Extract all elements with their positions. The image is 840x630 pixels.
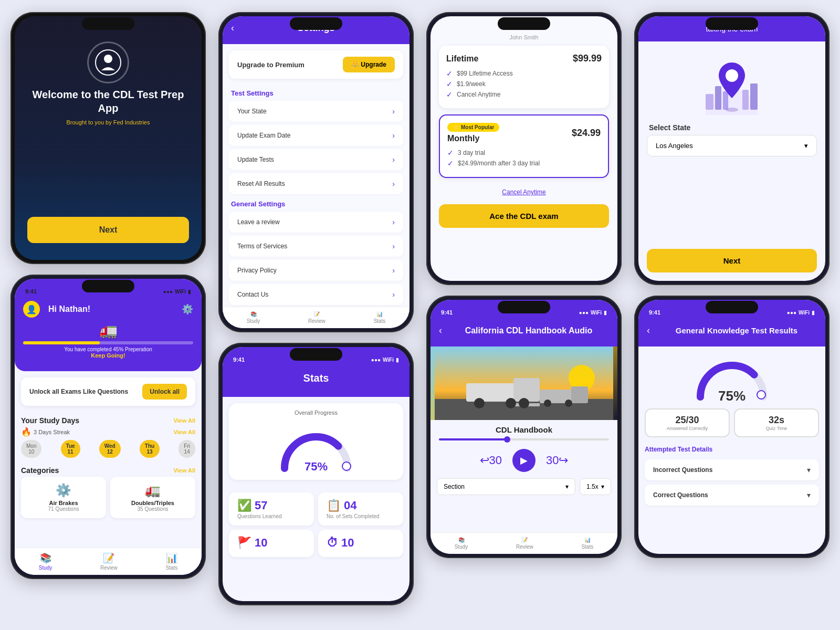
gauge-chart: 75% (274, 426, 358, 474)
phone-notch-dash (82, 280, 134, 292)
general-settings-label: General Settings (223, 196, 410, 210)
nav-study[interactable]: 📚 Study (39, 552, 52, 571)
results-status-time: 9:41 (649, 309, 660, 316)
state-next-button[interactable]: Next (647, 249, 817, 272)
section-selector[interactable]: Section ▾ (437, 478, 575, 495)
answered-correctly-label: Answered Correctly (651, 426, 723, 431)
play-button[interactable]: ▶ (512, 449, 536, 472)
svg-point-14 (544, 400, 551, 407)
upgrade-button[interactable]: 👑 Upgrade (343, 57, 395, 72)
back-button[interactable]: ‹ (231, 23, 234, 34)
correct-questions-accordion[interactable]: Correct Questions ▾ (645, 485, 819, 506)
ace-exam-button[interactable]: Ace the CDL exam (439, 204, 609, 228)
speed-selector[interactable]: 1.5x ▾ (580, 478, 611, 495)
speed-label: 1.5x (586, 483, 598, 490)
stats-status-time: 9:41 (233, 356, 245, 363)
check-monthly-1: ✓ (447, 149, 454, 157)
nav-review[interactable]: 📝 Review (100, 552, 118, 571)
quiz-time-label: Quiz Time (740, 426, 813, 431)
section-label: Section (444, 483, 465, 490)
results-back-button[interactable]: ‹ (647, 325, 650, 336)
keep-going-text: Keep Going! (23, 352, 193, 359)
svg-point-1 (104, 55, 112, 63)
state-dropdown[interactable]: Los Angeles ▾ (647, 135, 817, 156)
svg-point-10 (506, 398, 516, 408)
chevron-icon-review: › (392, 218, 395, 226)
cancel-anytime-link[interactable]: Cancel Anytime (439, 188, 609, 196)
handbook-study-label: Study (455, 544, 468, 550)
update-exam-text: Update Exam Date (237, 132, 290, 139)
check-icon-1: ✓ (446, 69, 453, 78)
lifetime-f1-text: $99 Lifetime Access (457, 70, 513, 77)
settings-privacy[interactable]: Privacy Policy › (229, 260, 403, 281)
settings-your-state[interactable]: Your State › (229, 101, 403, 122)
cat-count-doubles: 35 Questions (117, 506, 189, 512)
view-all-link[interactable]: View All (173, 417, 195, 424)
nav-stats[interactable]: 📊 Stats (165, 552, 177, 571)
handbook-bottom-nav: 📚 Study 📝 Review 📊 Stats (430, 532, 617, 554)
results-signal: ●●● (787, 310, 796, 316)
settings-update-tests[interactable]: Update Tests › (229, 149, 403, 170)
incorrect-questions-accordion[interactable]: Incorrect Questions ▾ (645, 459, 819, 480)
settings-terms[interactable]: Terms of Services › (229, 236, 403, 257)
doubles-icon: 🚛 (117, 483, 189, 498)
handbook-status-time: 9:41 (441, 309, 453, 316)
nav-review-settings[interactable]: 📝 Review (308, 311, 326, 324)
dashboard-greeting: Hi Nathan! (48, 304, 90, 314)
settings-reset-results[interactable]: Reset All Results › (229, 173, 403, 194)
handbook-back-button[interactable]: ‹ (439, 325, 442, 336)
days-row: Mon10 Tue11 Wed12 Thu13 Fri14 (15, 440, 202, 462)
nav-stats-settings[interactable]: 📊 Stats (373, 311, 385, 324)
stats-title: Stats (303, 372, 329, 384)
day-wed: Wed12 (99, 440, 121, 458)
speed-chevron: ▾ (601, 483, 604, 490)
handbook-stats-icon: 📊 (584, 537, 591, 543)
forward-button[interactable]: 30↪ (546, 454, 568, 467)
chevron-icon-tests: › (392, 155, 395, 164)
monthly-f1-text: 3 day trial (458, 149, 485, 156)
study-days-section: Your Study Days View All (15, 412, 202, 427)
welcome-next-button[interactable]: Next (27, 217, 189, 243)
overall-progress-label: Overall Progress (235, 410, 397, 416)
lifetime-f3-text: Cancel Anytime (457, 91, 500, 98)
view-all-link2[interactable]: View All (173, 429, 195, 435)
welcome-title: Welcome to the CDL Test Prep App (27, 88, 189, 115)
settings-bottom-nav: 📚 Study 📝 Review 📊 Stats (223, 307, 410, 328)
rewind-button[interactable]: ↩30 (480, 454, 502, 467)
handbook-nav-stats[interactable]: 📊 Stats (581, 537, 593, 550)
sets-completed-num: 04 (344, 499, 356, 512)
settings-gear-icon[interactable]: ⚙️ (182, 303, 193, 315)
audio-progress[interactable] (439, 438, 609, 440)
stats-wifi-icon: WiFi (383, 357, 394, 363)
category-air-brakes[interactable]: ⚙️ Air Brakes 71 Questions (21, 477, 106, 518)
score-cards: 25/30 Answered Correctly 32s Quiz Time (638, 402, 825, 444)
unlock-all-button[interactable]: Unlock all (142, 384, 187, 400)
phone-notch-settings (290, 17, 342, 30)
cat-count-air-brakes: 71 Questions (27, 506, 100, 512)
stats-signal-icon: ●●● (371, 357, 381, 363)
cat-name-air-brakes: Air Brakes (27, 500, 100, 506)
lifetime-f2-text: $1.9/week (457, 80, 486, 88)
questions-learned-card: ✅ 57 Questions Learned (229, 492, 314, 526)
lifetime-feature-3: ✓ Cancel Anytime (446, 90, 602, 99)
handbook-review-label: Review (516, 544, 533, 550)
nav-review-label: Review (100, 565, 118, 571)
categories-view-all[interactable]: View All (173, 467, 195, 474)
star-icon: ⭐ (453, 124, 459, 130)
handbook-nav-study[interactable]: 📚 Study (455, 537, 468, 550)
settings-leave-review[interactable]: Leave a review › (229, 212, 403, 233)
handbook-battery: ▮ (604, 310, 607, 316)
handbook-nav-review[interactable]: 📝 Review (516, 537, 533, 550)
monthly-price: $24.99 (572, 128, 601, 139)
accordion-chevron-incorrect: ▾ (807, 466, 811, 474)
settings-update-exam-date[interactable]: Update Exam Date › (229, 125, 403, 146)
welcome-subtitle: Brought to you by Fed Industries (67, 119, 150, 125)
nav-study-settings[interactable]: 📚 Study (247, 311, 260, 324)
settings-contact[interactable]: Contact Us › (229, 284, 403, 305)
lifetime-plan-card: Lifetime $99.99 ✓ $99 Lifetime Access ✓ … (439, 46, 609, 108)
svg-point-23 (726, 69, 738, 82)
handbook-header: ‹ California CDL Handbook Audio (430, 318, 617, 346)
handbook-subtitle: CDL Handbook (430, 420, 617, 436)
location-image (638, 41, 825, 117)
category-doubles-triples[interactable]: 🚛 Doubles/Triples 35 Questions (110, 477, 195, 518)
